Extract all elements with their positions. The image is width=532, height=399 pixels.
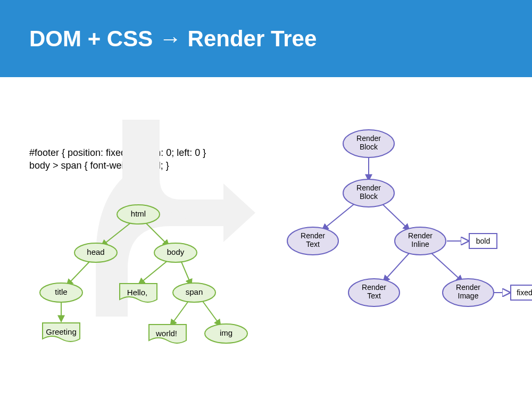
dom-doc-greeting: Greeting	[43, 323, 80, 342]
render-edge	[322, 202, 356, 230]
dom-node-title: title	[40, 283, 82, 302]
render-node-block-root: Render Block	[343, 130, 394, 157]
render-annot-label: fixed	[517, 288, 532, 297]
render-node-label: Block	[360, 143, 378, 151]
render-node-label: Render	[362, 283, 386, 292]
render-annot-fixed: fixed	[511, 285, 532, 300]
dom-node-img: img	[205, 324, 247, 343]
dom-edge	[181, 261, 192, 286]
render-node-label: Render	[456, 283, 480, 292]
dom-edge	[138, 261, 168, 285]
dom-node-span: span	[173, 283, 215, 302]
render-node-label: Render	[356, 134, 381, 143]
render-node-label: Text	[367, 292, 381, 300]
dom-doc-hello: Hello,	[120, 284, 157, 302]
render-node-inline: Render Inline	[395, 227, 446, 255]
dom-node-label: html	[131, 209, 146, 218]
render-node-label: Image	[458, 292, 479, 300]
slide-title: DOM + CSS → Render Tree	[29, 26, 317, 52]
render-annot-bold: bold	[469, 234, 497, 248]
dom-node-label: title	[55, 287, 67, 296]
dom-doc-world: world!	[149, 325, 186, 343]
render-node-label: Render	[356, 184, 381, 192]
render-node-label: Text	[306, 240, 320, 248]
render-node-label: Render	[408, 231, 433, 240]
slide-header: DOM + CSS → Render Tree	[0, 0, 532, 77]
slide-content: #footer { position: fixed; bottom: 0; le…	[0, 77, 532, 399]
dom-doc-label: Hello,	[127, 288, 147, 297]
render-node-block-body: Render Block	[343, 179, 394, 207]
dom-edge	[170, 301, 189, 326]
render-node-label: Block	[360, 192, 378, 201]
dom-node-body: body	[154, 243, 197, 262]
diagram-svg: html head body title span img Gr	[0, 77, 532, 399]
dom-edge	[66, 261, 90, 286]
render-node-text-2: Render Text	[348, 279, 400, 306]
dom-node-label: head	[87, 247, 104, 256]
dom-node-label: img	[220, 328, 232, 337]
dom-edge	[101, 222, 132, 246]
dom-doc-label: world!	[155, 329, 177, 338]
render-node-image: Render Image	[443, 279, 494, 306]
dom-doc-label: Greeting	[46, 327, 77, 336]
dom-node-html: html	[117, 205, 160, 224]
render-annot-label: bold	[476, 237, 490, 245]
render-edge	[383, 253, 410, 282]
dom-node-head: head	[74, 243, 117, 262]
dom-node-label: body	[167, 247, 185, 256]
render-node-label: Render	[301, 231, 325, 240]
render-edge	[380, 202, 410, 230]
dom-edge	[202, 301, 221, 326]
dom-edge	[145, 222, 169, 246]
render-node-label: Inline	[411, 240, 429, 248]
render-node-text-1: Render Text	[287, 227, 338, 255]
render-edge	[431, 253, 463, 282]
dom-node-label: span	[186, 287, 203, 296]
